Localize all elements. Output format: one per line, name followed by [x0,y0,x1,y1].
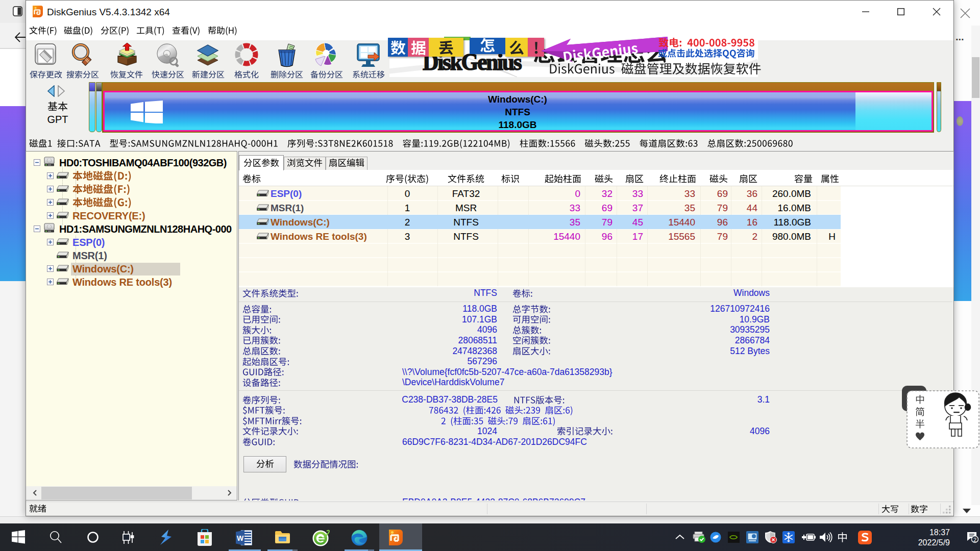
svg-text:2: 2 [973,537,976,543]
svg-text:W: W [237,534,244,542]
